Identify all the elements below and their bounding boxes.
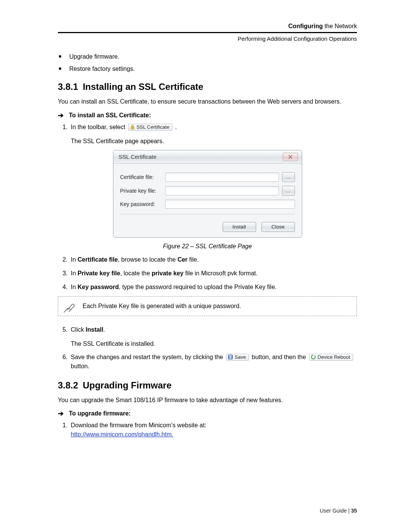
browse-private-key-button[interactable]: ... — [282, 186, 295, 196]
list-item: Upgrade firmware. — [69, 53, 357, 60]
field-name: Key password — [78, 284, 119, 290]
firmware-steps: Download the firmware from Minicom's web… — [58, 421, 357, 439]
dialog-row-private-key: Private key file: ... — [120, 186, 295, 196]
private-key-file-input[interactable] — [165, 186, 279, 195]
pre-section-list: Upgrade firmware. Restore factory settin… — [58, 53, 357, 72]
section-heading-firmware: 3.8.2Upgrading Firmware — [58, 380, 357, 391]
certificate-file-input[interactable] — [165, 173, 279, 182]
step-item: Download the firmware from Minicom's web… — [69, 421, 357, 439]
install-button[interactable]: Install — [223, 222, 256, 232]
paragraph: You can install an SSL Certificate, to e… — [58, 97, 357, 106]
footer-label: User Guide — [320, 508, 347, 514]
chip-label: Device Reboot — [318, 355, 350, 359]
step-item: In Private key file, locate the private … — [69, 269, 357, 278]
hand-note-icon — [62, 300, 76, 313]
header-rest: the Network — [323, 23, 357, 29]
note-text: Each Private Key file is generated with … — [83, 303, 241, 310]
ssl-certificate-chip: SSL Certificate — [128, 124, 172, 131]
chip-label: Save — [235, 355, 246, 359]
ssl-certificate-dialog: SSL Certificate Certificate file: ... Pr… — [113, 150, 302, 238]
dialog-titlebar: SSL Certificate — [113, 150, 302, 164]
key-password-input[interactable] — [165, 200, 295, 209]
page-footer: User Guide | 35 — [320, 508, 357, 514]
svg-rect-3 — [229, 357, 231, 359]
figure-dialog-wrap: SSL Certificate Certificate file: ... Pr… — [58, 150, 357, 238]
list-item: Restore factory settings. — [69, 66, 357, 72]
procedure-title: To upgrade firmware: — [69, 410, 131, 417]
step-item: In Certificate file, browse to locate th… — [69, 255, 357, 264]
section-title: Installing an SSL Certificate — [83, 81, 203, 92]
step-text-end: . — [175, 124, 177, 130]
steps-list: In the toolbar, select SSL Certificate . — [58, 123, 357, 132]
reboot-icon — [311, 355, 316, 359]
step-result: The SSL Certificate is installed. — [71, 340, 357, 347]
save-icon — [228, 355, 233, 359]
svg-rect-2 — [229, 355, 232, 357]
dialog-row-key-password: Key password: — [120, 200, 295, 209]
dialog-actions: Install Close — [113, 222, 302, 237]
field-name: Private key file — [78, 270, 120, 276]
arrow-right-icon: ➔ — [58, 410, 64, 417]
section-number: 3.8.2 — [58, 380, 78, 390]
page-number: 35 — [351, 508, 357, 514]
chip-label: SSL Certificate — [137, 125, 169, 129]
running-header: Configuring the Network — [58, 23, 357, 30]
firmware-download-link[interactable]: http://www.minicom.com/phandlh.htm. — [71, 431, 173, 438]
step-item: Save the changes and restart the system,… — [69, 353, 357, 371]
field-name: Certificate file — [78, 256, 118, 263]
step-item: Click Install. — [69, 325, 357, 334]
step-item: In Key password, type the password requi… — [69, 283, 357, 292]
browse-certificate-button[interactable]: ... — [282, 172, 295, 182]
button-name: Install — [86, 326, 103, 333]
save-chip: Save — [226, 354, 249, 361]
procedure-heading: ➔ To install an SSL Certificate: — [58, 112, 357, 119]
steps-list-continued: In Certificate file, browse to locate th… — [58, 255, 357, 292]
arrow-right-icon: ➔ — [58, 112, 64, 119]
figure-caption: Figure 22 – SSL Certificate Page — [58, 243, 357, 250]
steps-list-continued-2: Click Install. — [58, 325, 357, 334]
steps-list-continued-3: Save the changes and restart the system,… — [58, 353, 357, 371]
procedure-title: To install an SSL Certificate: — [69, 112, 151, 119]
step-text: In the toolbar, select — [71, 124, 127, 130]
close-icon — [288, 155, 293, 159]
header-subtitle: Performing Additional Configuration Oper… — [58, 35, 357, 42]
dialog-title: SSL Certificate — [119, 153, 283, 160]
step-result: The SSL Certificate page appears. — [71, 138, 357, 145]
close-dialog-button[interactable]: Close — [261, 222, 295, 232]
document-page: Configuring the Network Performing Addit… — [0, 0, 411, 532]
paragraph: You can upgrade the Smart 108/116 IP fir… — [58, 396, 357, 404]
footer-sep: | — [347, 508, 351, 514]
certificate-file-label: Certificate file: — [120, 174, 165, 180]
header-bold: Configuring — [288, 23, 323, 29]
section-number: 3.8.1 — [58, 81, 78, 92]
dialog-row-certificate: Certificate file: ... — [120, 172, 295, 182]
section-heading-ssl: 3.8.1Installing an SSL Certificate — [58, 81, 357, 92]
file-type: Cer — [177, 256, 188, 263]
device-reboot-chip: Device Reboot — [309, 354, 353, 361]
close-button[interactable] — [283, 153, 298, 161]
key-password-label: Key password: — [120, 201, 165, 207]
step-item: In the toolbar, select SSL Certificate . — [69, 123, 357, 132]
procedure-heading: ➔ To upgrade firmware: — [58, 410, 357, 417]
section-title: Upgrading Firmware — [83, 380, 171, 390]
svg-rect-0 — [131, 127, 134, 129]
dialog-body: Certificate file: ... Private key file: … — [113, 164, 302, 222]
dialog-separator — [120, 214, 295, 214]
header-divider — [58, 32, 357, 33]
lock-icon — [130, 125, 135, 129]
file-type: private key — [152, 270, 184, 276]
private-key-file-label: Private key file: — [120, 188, 165, 194]
note-box: Each Private Key file is generated with … — [58, 296, 357, 316]
